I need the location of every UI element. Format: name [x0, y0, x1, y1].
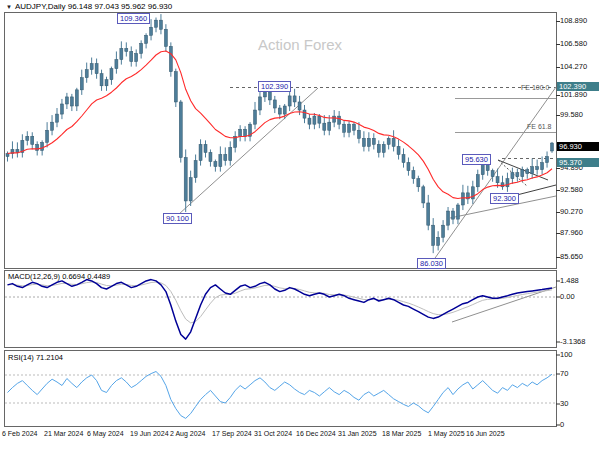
price-axis-tick: 90.270	[560, 208, 583, 216]
candle-body	[476, 175, 479, 187]
price-axis-tick: 99.580	[560, 111, 583, 119]
price-axis-badge-96.930: 96.930	[557, 142, 599, 151]
candle-body	[407, 163, 410, 171]
rsi-indicator-label: RSI(14) 71.2104	[8, 353, 63, 362]
candle-body	[65, 97, 68, 104]
candle-body	[496, 177, 499, 183]
candle-body	[447, 211, 450, 225]
rsi-series	[5, 372, 556, 419]
candle-body	[189, 178, 192, 201]
price-callout-86.030[interactable]: 86.030	[417, 258, 446, 269]
date-label: 16 Dec 2024	[296, 430, 336, 437]
price-axis-tick: 104.270	[560, 63, 587, 71]
candle-body	[392, 138, 395, 146]
rsi-axis-tick: 30	[560, 400, 568, 408]
candle-body	[120, 48, 123, 59]
candle-body	[501, 183, 504, 187]
candle-body	[204, 144, 207, 152]
price-callout-109.360[interactable]: 109.360	[117, 13, 150, 24]
macd-axis-tick: -3.1368	[560, 338, 585, 346]
candle-body	[90, 64, 93, 70]
candle-body	[328, 122, 331, 130]
candle-body	[75, 90, 78, 106]
price-callout-102.390[interactable]: 102.390	[258, 81, 291, 92]
candle-body	[164, 29, 167, 46]
candle-body	[179, 102, 182, 158]
candle-body	[377, 144, 380, 152]
moving-average-path	[8, 51, 553, 199]
date-label: 6 May 2024	[87, 430, 124, 437]
candle-body	[348, 124, 351, 132]
candle-body	[169, 46, 172, 71]
candle-body	[219, 154, 222, 166]
macd-axis-tick: 0.00	[560, 293, 575, 301]
candle-body	[353, 124, 356, 130]
chart-header: ▼AUDJPY,Daily 96.148 97.043 95.962 96.93…	[6, 2, 172, 11]
date-label: 19 Jun 2024	[130, 430, 169, 437]
candle-body	[51, 122, 54, 130]
candle-body	[244, 129, 247, 136]
candle-body	[150, 27, 153, 35]
candle-body	[26, 136, 29, 140]
candle-body	[541, 163, 544, 170]
candle-body	[362, 138, 365, 146]
price-callout-95.630[interactable]: 95.630	[462, 154, 491, 165]
candle-body	[516, 173, 519, 177]
candle-body	[456, 205, 459, 219]
trend-lines[interactable]	[168, 87, 556, 322]
chevron-down-icon[interactable]: ▼	[6, 4, 12, 10]
candle-body	[174, 72, 177, 102]
candle-body	[357, 130, 360, 138]
macd-axis-tick: 1.488	[560, 277, 579, 285]
candle-body	[397, 146, 400, 154]
candle-body	[452, 211, 455, 219]
trend-line[interactable]	[452, 287, 556, 322]
price-axis-tick: 92.580	[560, 186, 583, 194]
rsi-axis-tick: 0	[560, 421, 564, 429]
candle-body	[461, 193, 464, 205]
price-callout-92.300[interactable]: 92.300	[490, 193, 519, 204]
candle-body	[56, 114, 59, 122]
candle-body	[125, 48, 128, 51]
candle-body	[70, 97, 73, 106]
candle-body	[140, 43, 143, 53]
candle-body	[145, 35, 148, 43]
price-axis-tick: 108.890	[560, 17, 587, 25]
moving-average-line	[8, 51, 553, 199]
date-label: 31 Jan 2025	[338, 430, 377, 437]
candle-body	[333, 116, 336, 122]
price-callout-90.100[interactable]: 90.100	[163, 213, 192, 224]
date-label: 21 Mar 2024	[44, 430, 83, 437]
candle-body	[442, 225, 445, 237]
candle-body	[412, 171, 415, 179]
candle-body	[155, 20, 158, 27]
candle-body	[214, 162, 217, 167]
rsi-axis-tick: 100	[560, 351, 573, 359]
candle-body	[536, 167, 539, 170]
candle-body	[273, 100, 276, 108]
fib-extension-label: FE 100.0	[521, 84, 549, 91]
candle-body	[36, 144, 39, 150]
candle-body	[402, 154, 405, 162]
candle-body	[491, 171, 494, 177]
candle-body	[85, 70, 88, 78]
candle-body	[283, 106, 286, 114]
candle-body	[293, 96, 296, 102]
candle-body	[511, 173, 514, 179]
candle-body	[367, 138, 370, 146]
candle-body	[80, 78, 83, 90]
candle-body	[298, 102, 301, 110]
candle-body	[110, 69, 113, 80]
date-label: 16 Jun 2025	[466, 430, 505, 437]
candle-body	[387, 138, 390, 144]
candle-body	[323, 123, 326, 130]
price-axis-tick: 87.960	[560, 229, 583, 237]
candle-body	[308, 118, 311, 124]
candle-body	[372, 138, 375, 144]
macd-indicator-label: MACD(12,26,9) 0.6694 0.4489	[8, 272, 110, 281]
candle-body	[338, 116, 341, 124]
rsi-path	[8, 372, 553, 419]
trading-chart-window: ▼AUDJPY,Daily 96.148 97.043 95.962 96.93…	[0, 0, 600, 450]
candle-body	[313, 116, 316, 124]
price-axis-tick: 101.890	[560, 91, 587, 99]
